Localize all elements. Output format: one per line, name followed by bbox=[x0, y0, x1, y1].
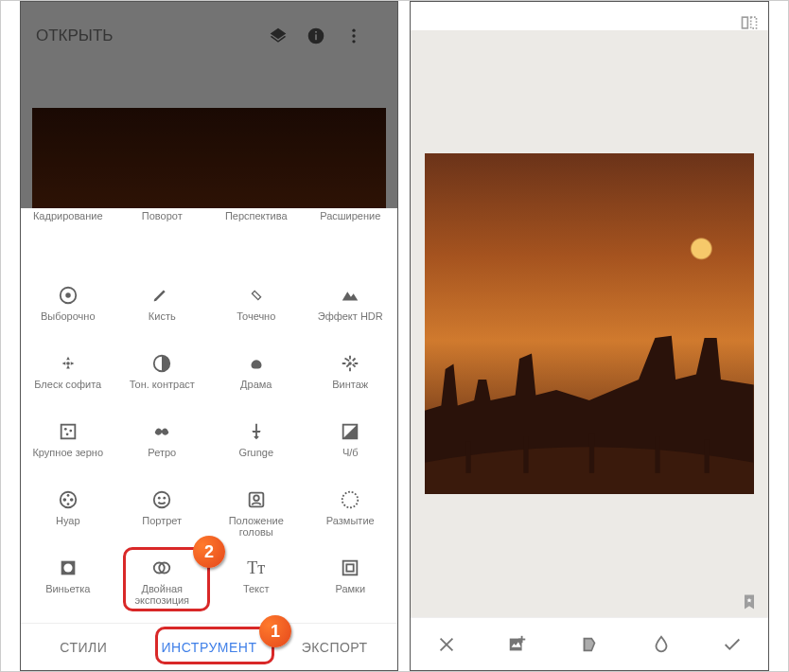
tool-label: Перспектива bbox=[225, 210, 288, 221]
svg-rect-33 bbox=[743, 17, 748, 28]
svg-point-10 bbox=[348, 362, 352, 365]
tool-vignette[interactable]: Виньетка bbox=[21, 549, 115, 617]
callout-badge-2: 2 bbox=[193, 536, 225, 568]
tonal-icon bbox=[149, 350, 175, 377]
tool-headpose[interactable]: Положение головы bbox=[209, 481, 304, 549]
drama-icon bbox=[243, 350, 270, 377]
svg-point-22 bbox=[158, 497, 161, 500]
svg-point-7 bbox=[65, 292, 71, 298]
vintage-icon bbox=[337, 350, 363, 377]
svg-rect-40 bbox=[510, 638, 522, 650]
tool-grainy[interactable]: Крупное зерно bbox=[21, 413, 115, 481]
hdr-icon bbox=[337, 282, 363, 309]
tool-label: Точечно bbox=[237, 310, 275, 322]
callout-badge-1: 1 bbox=[259, 615, 291, 647]
tool-label: Нуар bbox=[56, 515, 80, 526]
tool-label: Виньетка bbox=[45, 583, 90, 594]
grainy-icon bbox=[55, 418, 81, 445]
editor-canvas[interactable] bbox=[411, 30, 768, 617]
portrait-icon bbox=[149, 486, 175, 513]
tool-label: Рамки bbox=[335, 583, 365, 594]
tool-brush[interactable]: Кисть bbox=[115, 276, 210, 345]
tool-expand[interactable]: Расширение bbox=[304, 208, 398, 276]
tool-label: Блеск софита bbox=[34, 379, 101, 390]
svg-rect-38 bbox=[656, 436, 660, 472]
photo-preview bbox=[425, 153, 754, 494]
frames-icon bbox=[337, 555, 363, 581]
blend-mode-button[interactable] bbox=[553, 634, 625, 655]
vignette-icon bbox=[55, 555, 81, 581]
svg-point-19 bbox=[66, 494, 69, 497]
svg-rect-31 bbox=[343, 561, 358, 575]
tool-label: Портрет bbox=[142, 515, 182, 526]
svg-point-12 bbox=[64, 428, 67, 431]
tool-bw[interactable]: Ч/б bbox=[304, 413, 398, 481]
tool-label: Эффект HDR bbox=[318, 310, 383, 322]
tool-vintage[interactable]: Винтаж bbox=[304, 345, 398, 413]
svg-point-26 bbox=[342, 492, 359, 508]
close-button[interactable] bbox=[411, 634, 482, 655]
svg-rect-42 bbox=[518, 638, 525, 640]
tool-retro[interactable]: Ретро bbox=[115, 413, 210, 481]
svg-point-18 bbox=[70, 498, 74, 502]
tool-label: Выборочно bbox=[41, 310, 96, 322]
svg-point-17 bbox=[62, 498, 66, 502]
retro-icon bbox=[149, 418, 175, 445]
svg-point-23 bbox=[164, 497, 167, 500]
svg-point-13 bbox=[69, 430, 72, 433]
tool-glamour[interactable]: Блеск софита bbox=[21, 345, 115, 413]
text-icon: Tт bbox=[243, 555, 270, 581]
svg-rect-37 bbox=[589, 433, 594, 473]
svg-point-28 bbox=[63, 563, 72, 572]
tab-tools[interactable]: ИНСТРУМЕНТ bbox=[147, 624, 272, 670]
svg-rect-39 bbox=[705, 440, 710, 473]
selective-icon bbox=[55, 282, 81, 309]
tool-label: Размытие bbox=[326, 515, 375, 526]
tool-label: Двойная экспозиция bbox=[119, 583, 204, 606]
svg-rect-36 bbox=[523, 436, 528, 472]
tool-selective[interactable]: Выборочно bbox=[21, 276, 115, 345]
blur-icon bbox=[337, 486, 363, 513]
screen-tools: ОТКРЫТЬ Кадрирование Поворот Перспектива… bbox=[20, 1, 398, 671]
tab-styles[interactable]: СТИЛИ bbox=[21, 624, 147, 670]
healing-icon bbox=[243, 282, 270, 309]
tool-blur[interactable]: Размытие bbox=[304, 481, 398, 549]
svg-point-20 bbox=[66, 503, 69, 505]
tool-label: Драма bbox=[240, 379, 272, 390]
tool-noir[interactable]: Нуар bbox=[21, 481, 115, 549]
tool-portrait[interactable]: Портрет bbox=[115, 481, 210, 549]
tool-hdr[interactable]: Эффект HDR bbox=[304, 276, 398, 345]
tool-label: Ч/б bbox=[342, 447, 359, 458]
tool-label: Ретро bbox=[148, 447, 176, 458]
glamour-icon bbox=[55, 350, 81, 377]
tool-label: Кадрирование bbox=[33, 210, 103, 221]
compare-icon[interactable] bbox=[740, 13, 759, 32]
scrim-overlay bbox=[21, 2, 397, 221]
noir-icon bbox=[55, 486, 81, 513]
svg-point-8 bbox=[66, 362, 70, 365]
add-image-button[interactable] bbox=[482, 634, 554, 655]
tool-label: Расширение bbox=[320, 210, 380, 221]
opacity-button[interactable] bbox=[625, 634, 697, 655]
svg-point-21 bbox=[154, 492, 170, 508]
tool-drama[interactable]: Драма bbox=[209, 345, 304, 413]
tool-crop[interactable]: Кадрирование bbox=[21, 208, 115, 276]
tool-healing[interactable]: Точечно bbox=[209, 276, 304, 345]
tool-label: Винтаж bbox=[332, 379, 368, 390]
tool-perspective[interactable]: Перспектива bbox=[209, 208, 304, 276]
tool-label: Текст bbox=[243, 583, 270, 594]
tool-label: Крупное зерно bbox=[32, 447, 103, 458]
tool-tonal[interactable]: Тон. контраст bbox=[115, 345, 210, 413]
tool-label: Поворот bbox=[142, 210, 183, 221]
editor-toolbar bbox=[411, 617, 768, 670]
tool-rotate[interactable]: Поворот bbox=[115, 208, 210, 276]
bottom-tabs: СТИЛИ ИНСТРУМЕНТ ЭКСПОРТ bbox=[21, 623, 397, 670]
confirm-button[interactable] bbox=[696, 634, 768, 655]
svg-rect-34 bbox=[751, 17, 757, 28]
tool-frames[interactable]: Рамки bbox=[304, 549, 398, 617]
bookmark-icon[interactable] bbox=[740, 592, 759, 611]
grunge-icon bbox=[243, 418, 270, 445]
tool-label: Положение головы bbox=[214, 515, 299, 538]
bw-icon bbox=[337, 418, 363, 445]
tool-grunge[interactable]: Grunge bbox=[209, 413, 304, 481]
